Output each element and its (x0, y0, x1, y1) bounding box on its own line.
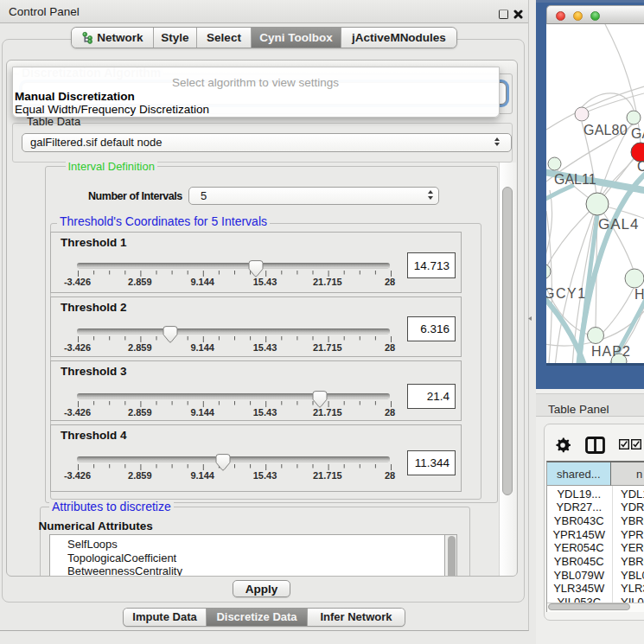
svg-text:C: C (637, 159, 644, 174)
svg-text:GAL4: GAL4 (598, 216, 639, 233)
svg-text:GA: GA (631, 126, 644, 141)
svg-text:GAL80: GAL80 (583, 123, 628, 137)
svg-text:GAL11: GAL11 (554, 172, 596, 187)
svg-text:GCY1: GCY1 (546, 286, 587, 301)
svg-text:H: H (634, 287, 644, 302)
svg-text:HAP2: HAP2 (591, 344, 631, 359)
